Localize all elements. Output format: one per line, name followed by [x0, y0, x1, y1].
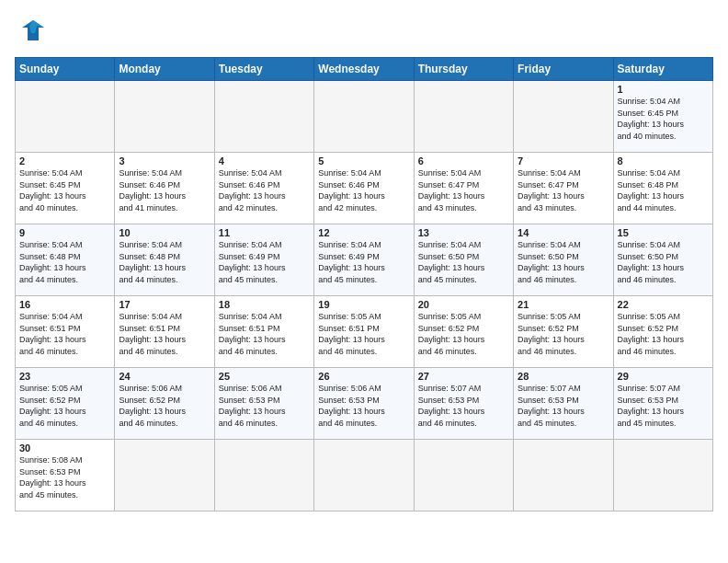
calendar-cell — [16, 81, 115, 153]
day-number: 14 — [518, 227, 609, 238]
calendar-cell: 22Sunrise: 5:05 AM Sunset: 6:52 PM Dayli… — [613, 296, 712, 368]
weekday-header-row: SundayMondayTuesdayWednesdayThursdayFrid… — [16, 58, 713, 81]
day-info: Sunrise: 5:04 AM Sunset: 6:49 PM Dayligh… — [318, 240, 385, 284]
calendar-cell: 5Sunrise: 5:04 AM Sunset: 6:46 PM Daylig… — [314, 153, 414, 224]
calendar-cell — [214, 440, 313, 511]
calendar-table: SundayMondayTuesdayWednesdayThursdayFrid… — [15, 57, 713, 511]
header — [15, 15, 713, 48]
day-number: 27 — [418, 371, 509, 382]
day-info: Sunrise: 5:04 AM Sunset: 6:45 PM Dayligh… — [19, 168, 86, 213]
calendar-cell — [514, 440, 613, 511]
weekday-header-wednesday: Wednesday — [314, 58, 414, 81]
day-info: Sunrise: 5:07 AM Sunset: 6:53 PM Dayligh… — [618, 384, 685, 428]
calendar-cell: 28Sunrise: 5:07 AM Sunset: 6:53 PM Dayli… — [514, 368, 613, 440]
calendar-cell: 7Sunrise: 5:04 AM Sunset: 6:47 PM Daylig… — [514, 153, 613, 224]
calendar-week-6: 30Sunrise: 5:08 AM Sunset: 6:53 PM Dayli… — [16, 440, 713, 511]
day-info: Sunrise: 5:04 AM Sunset: 6:48 PM Dayligh… — [618, 168, 685, 213]
day-info: Sunrise: 5:04 AM Sunset: 6:48 PM Dayligh… — [119, 240, 186, 284]
day-number: 11 — [219, 227, 310, 238]
calendar-cell: 30Sunrise: 5:08 AM Sunset: 6:53 PM Dayli… — [16, 440, 115, 511]
day-info: Sunrise: 5:05 AM Sunset: 6:52 PM Dayligh… — [418, 312, 485, 356]
day-number: 1 — [618, 84, 709, 95]
calendar-cell — [214, 81, 313, 153]
day-info: Sunrise: 5:04 AM Sunset: 6:46 PM Dayligh… — [119, 168, 186, 213]
day-info: Sunrise: 5:05 AM Sunset: 6:52 PM Dayligh… — [19, 384, 86, 428]
day-info: Sunrise: 5:07 AM Sunset: 6:53 PM Dayligh… — [418, 384, 485, 428]
day-info: Sunrise: 5:07 AM Sunset: 6:53 PM Dayligh… — [518, 384, 585, 428]
calendar-cell: 2Sunrise: 5:04 AM Sunset: 6:45 PM Daylig… — [16, 153, 115, 224]
weekday-header-monday: Monday — [115, 58, 214, 81]
calendar-cell: 14Sunrise: 5:04 AM Sunset: 6:50 PM Dayli… — [514, 224, 613, 296]
day-number: 16 — [19, 299, 110, 310]
calendar-week-2: 2Sunrise: 5:04 AM Sunset: 6:45 PM Daylig… — [16, 153, 713, 224]
day-number: 8 — [618, 155, 709, 167]
calendar-cell: 11Sunrise: 5:04 AM Sunset: 6:49 PM Dayli… — [214, 224, 313, 296]
calendar-week-1: 1Sunrise: 5:04 AM Sunset: 6:45 PM Daylig… — [16, 81, 713, 153]
logo-icon — [17, 15, 50, 48]
day-number: 21 — [518, 299, 609, 310]
calendar-cell: 23Sunrise: 5:05 AM Sunset: 6:52 PM Dayli… — [16, 368, 115, 440]
day-info: Sunrise: 5:06 AM Sunset: 6:53 PM Dayligh… — [219, 384, 286, 428]
calendar-week-4: 16Sunrise: 5:04 AM Sunset: 6:51 PM Dayli… — [16, 296, 713, 368]
day-info: Sunrise: 5:04 AM Sunset: 6:48 PM Dayligh… — [19, 240, 86, 284]
weekday-header-saturday: Saturday — [613, 58, 712, 81]
day-info: Sunrise: 5:05 AM Sunset: 6:52 PM Dayligh… — [618, 312, 685, 356]
calendar-cell: 4Sunrise: 5:04 AM Sunset: 6:46 PM Daylig… — [214, 153, 313, 224]
day-number: 9 — [19, 227, 110, 238]
calendar-cell — [414, 440, 513, 511]
calendar-cell: 27Sunrise: 5:07 AM Sunset: 6:53 PM Dayli… — [414, 368, 513, 440]
day-number: 22 — [618, 299, 709, 310]
day-number: 25 — [219, 371, 310, 382]
day-number: 15 — [618, 227, 709, 238]
calendar-cell: 10Sunrise: 5:04 AM Sunset: 6:48 PM Dayli… — [115, 224, 214, 296]
day-number: 18 — [219, 299, 310, 310]
day-info: Sunrise: 5:04 AM Sunset: 6:51 PM Dayligh… — [19, 312, 86, 356]
calendar-cell: 26Sunrise: 5:06 AM Sunset: 6:53 PM Dayli… — [314, 368, 414, 440]
calendar-cell — [514, 81, 613, 153]
day-number: 13 — [418, 227, 509, 238]
day-number: 19 — [318, 299, 409, 310]
logo — [15, 15, 50, 48]
calendar-cell — [314, 440, 414, 511]
day-number: 12 — [318, 227, 409, 238]
day-info: Sunrise: 5:06 AM Sunset: 6:53 PM Dayligh… — [318, 384, 385, 428]
day-info: Sunrise: 5:04 AM Sunset: 6:46 PM Dayligh… — [219, 168, 286, 213]
day-number: 26 — [318, 371, 409, 382]
calendar-cell — [115, 440, 214, 511]
day-number: 29 — [618, 371, 709, 382]
calendar-week-5: 23Sunrise: 5:05 AM Sunset: 6:52 PM Dayli… — [16, 368, 713, 440]
weekday-header-thursday: Thursday — [414, 58, 513, 81]
day-info: Sunrise: 5:04 AM Sunset: 6:51 PM Dayligh… — [119, 312, 186, 356]
day-info: Sunrise: 5:04 AM Sunset: 6:51 PM Dayligh… — [219, 312, 286, 356]
day-info: Sunrise: 5:04 AM Sunset: 6:47 PM Dayligh… — [418, 168, 485, 213]
calendar-cell: 6Sunrise: 5:04 AM Sunset: 6:47 PM Daylig… — [414, 153, 513, 224]
calendar-cell: 21Sunrise: 5:05 AM Sunset: 6:52 PM Dayli… — [514, 296, 613, 368]
day-number: 20 — [418, 299, 509, 310]
day-number: 3 — [119, 155, 210, 167]
weekday-header-sunday: Sunday — [16, 58, 115, 81]
day-number: 10 — [119, 227, 210, 238]
calendar-cell: 8Sunrise: 5:04 AM Sunset: 6:48 PM Daylig… — [613, 153, 712, 224]
calendar-cell: 1Sunrise: 5:04 AM Sunset: 6:45 PM Daylig… — [613, 81, 712, 153]
day-number: 17 — [119, 299, 210, 310]
calendar-cell: 9Sunrise: 5:04 AM Sunset: 6:48 PM Daylig… — [16, 224, 115, 296]
day-number: 7 — [518, 155, 609, 167]
calendar-cell: 12Sunrise: 5:04 AM Sunset: 6:49 PM Dayli… — [314, 224, 414, 296]
day-info: Sunrise: 5:04 AM Sunset: 6:50 PM Dayligh… — [418, 240, 485, 284]
calendar-cell: 3Sunrise: 5:04 AM Sunset: 6:46 PM Daylig… — [115, 153, 214, 224]
day-info: Sunrise: 5:04 AM Sunset: 6:50 PM Dayligh… — [618, 240, 685, 284]
calendar-cell — [414, 81, 513, 153]
day-info: Sunrise: 5:06 AM Sunset: 6:52 PM Dayligh… — [119, 384, 186, 428]
day-info: Sunrise: 5:04 AM Sunset: 6:50 PM Dayligh… — [518, 240, 585, 284]
calendar-cell: 24Sunrise: 5:06 AM Sunset: 6:52 PM Dayli… — [115, 368, 214, 440]
day-number: 6 — [418, 155, 509, 167]
weekday-header-friday: Friday — [514, 58, 613, 81]
day-number: 23 — [19, 371, 110, 382]
calendar-cell: 13Sunrise: 5:04 AM Sunset: 6:50 PM Dayli… — [414, 224, 513, 296]
calendar-cell — [613, 440, 712, 511]
day-info: Sunrise: 5:04 AM Sunset: 6:45 PM Dayligh… — [618, 97, 685, 141]
day-number: 2 — [19, 155, 110, 167]
calendar-cell: 25Sunrise: 5:06 AM Sunset: 6:53 PM Dayli… — [214, 368, 313, 440]
calendar-cell: 15Sunrise: 5:04 AM Sunset: 6:50 PM Dayli… — [613, 224, 712, 296]
day-info: Sunrise: 5:08 AM Sunset: 6:53 PM Dayligh… — [19, 455, 86, 500]
